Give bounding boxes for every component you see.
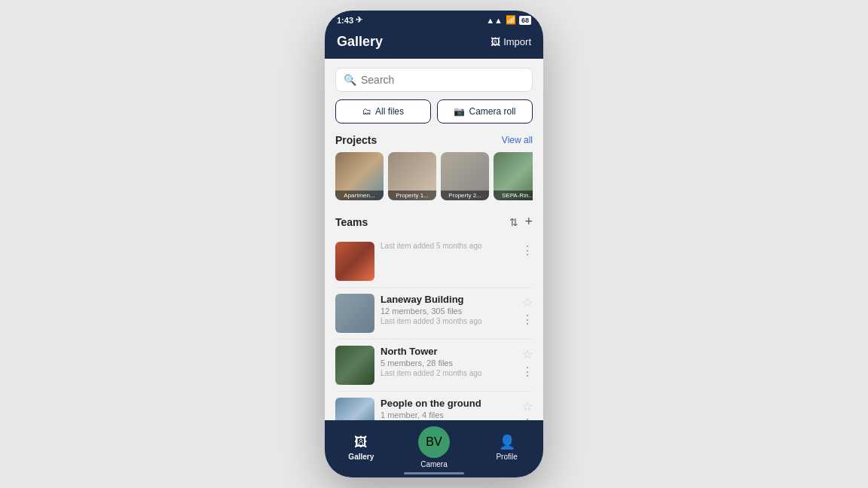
project-label-property2: Property 2... (441, 191, 489, 200)
signal-icon: ▲▲ (486, 16, 503, 25)
team-members-files: 12 members, 305 files (381, 307, 515, 316)
search-input[interactable] (361, 74, 524, 86)
teams-title: Teams (335, 216, 368, 228)
projects-grid: Apartmen... Property 1... Property 2... … (335, 152, 533, 202)
team-item-actions: ☆ ⋮ (521, 294, 533, 327)
camera-roll-icon: 📷 (454, 106, 465, 117)
list-item: North Tower 5 members, 28 files Last ite… (335, 340, 533, 392)
star-icon[interactable]: ☆ (522, 399, 533, 413)
team-info: People on the ground 1 member, 4 files L… (381, 398, 515, 420)
projects-section-header: Projects View all (335, 134, 533, 146)
gallery-nav-icon: 🖼 (354, 435, 368, 450)
team-name: Laneway Building (381, 294, 515, 305)
tab-camera-roll[interactable]: 📷 Camera roll (437, 99, 533, 124)
import-button[interactable]: 🖼 Import (491, 36, 531, 47)
phone-frame: 1:43 ✈ ▲▲ 📶 68 Gallery 🖼 Import 🔍 🗂 All … (325, 11, 543, 477)
project-label-apartment: Apartmen... (335, 191, 384, 200)
import-icon: 🖼 (491, 36, 500, 47)
main-content: 🔍 🗂 All files 📷 Camera roll Projects Vie… (325, 59, 543, 420)
camera-roll-label: Camera roll (469, 106, 515, 117)
profile-nav-icon: 👤 (499, 434, 515, 450)
project-label-sepa: SEPA-Rin... (494, 191, 533, 200)
list-item: Laneway Building 12 members, 305 files L… (335, 288, 533, 340)
nav-item-gallery[interactable]: 🖼 Gallery (338, 435, 384, 461)
status-left: 1:43 ✈ (337, 15, 362, 25)
camera-nav-label: Camera (420, 460, 448, 468)
wifi-icon: 📶 (506, 15, 516, 25)
home-indicator (404, 472, 464, 474)
filter-tabs: 🗂 All files 📷 Camera roll (335, 99, 533, 124)
team-info: North Tower 5 members, 28 files Last ite… (381, 346, 515, 377)
location-icon: ✈ (356, 15, 362, 25)
search-icon: 🔍 (344, 74, 356, 86)
team-info: Last item added 5 months ago (381, 242, 515, 250)
all-files-label: All files (375, 106, 404, 117)
nav-item-camera[interactable]: BV Camera (411, 426, 457, 468)
list-item: Last item added 5 months ago ⋮ (335, 236, 533, 288)
sort-icon[interactable]: ⇅ (509, 216, 518, 228)
teams-actions: ⇅ + (509, 214, 533, 230)
teams-section-header: Teams ⇅ + (335, 214, 533, 230)
team-item-actions: ☆ ⋮ (521, 398, 533, 420)
teams-list: Last item added 5 months ago ⋮ Laneway B… (335, 236, 533, 420)
team-last-item: Last item added 3 months ago (381, 317, 515, 325)
more-options-icon[interactable]: ⋮ (521, 364, 533, 379)
more-options-icon[interactable]: ⋮ (521, 313, 533, 327)
bottom-navigation: 🖼 Gallery BV Camera 👤 Profile (325, 420, 543, 477)
view-all-link[interactable]: View all (502, 135, 533, 145)
add-team-button[interactable]: + (524, 214, 533, 230)
more-options-icon[interactable]: ⋮ (521, 243, 533, 258)
nav-item-profile[interactable]: 👤 Profile (484, 434, 530, 461)
team-name: North Tower (381, 346, 515, 357)
status-bar: 1:43 ✈ ▲▲ 📶 68 (325, 11, 543, 28)
gallery-title: Gallery (337, 34, 383, 50)
app-header: Gallery 🖼 Import (325, 28, 543, 59)
team-last-item: Last item added 2 months ago (381, 369, 515, 377)
project-thumb-property2[interactable]: Property 2... (441, 152, 489, 200)
projects-title: Projects (335, 134, 377, 146)
tab-all-files[interactable]: 🗂 All files (335, 99, 431, 124)
camera-nav-icon: BV (426, 435, 442, 449)
time-display: 1:43 (337, 16, 353, 25)
team-item-actions: ☆ ⋮ (521, 346, 533, 379)
star-icon[interactable]: ☆ (522, 347, 533, 361)
project-thumb-sepa[interactable]: SEPA-Rin... (494, 152, 533, 200)
all-files-icon: 🗂 (362, 106, 371, 117)
team-thumbnail[interactable] (335, 242, 374, 281)
import-label: Import (503, 36, 531, 47)
project-thumb-apartment[interactable]: Apartmen... (335, 152, 384, 200)
team-thumbnail[interactable] (335, 398, 374, 420)
team-thumbnail[interactable] (335, 294, 374, 333)
team-item-actions: ⋮ (521, 242, 533, 258)
project-thumb-property1[interactable]: Property 1... (388, 152, 436, 200)
camera-button[interactable]: BV (418, 426, 450, 458)
profile-nav-label: Profile (496, 453, 517, 461)
battery-display: 68 (519, 16, 531, 25)
team-members-files: 5 members, 28 files (381, 358, 515, 368)
team-info: Laneway Building 12 members, 305 files L… (381, 294, 515, 325)
project-label-property1: Property 1... (388, 191, 436, 200)
star-icon[interactable]: ☆ (522, 295, 533, 310)
team-thumbnail[interactable] (335, 346, 374, 385)
search-bar[interactable]: 🔍 (335, 68, 533, 92)
gallery-nav-label: Gallery (348, 453, 374, 461)
team-last-item: Last item added 5 months ago (381, 242, 515, 250)
team-members-files: 1 member, 4 files (381, 410, 515, 419)
status-right: ▲▲ 📶 68 (486, 15, 531, 25)
team-name: People on the ground (381, 398, 515, 409)
list-item: People on the ground 1 member, 4 files L… (335, 392, 533, 420)
